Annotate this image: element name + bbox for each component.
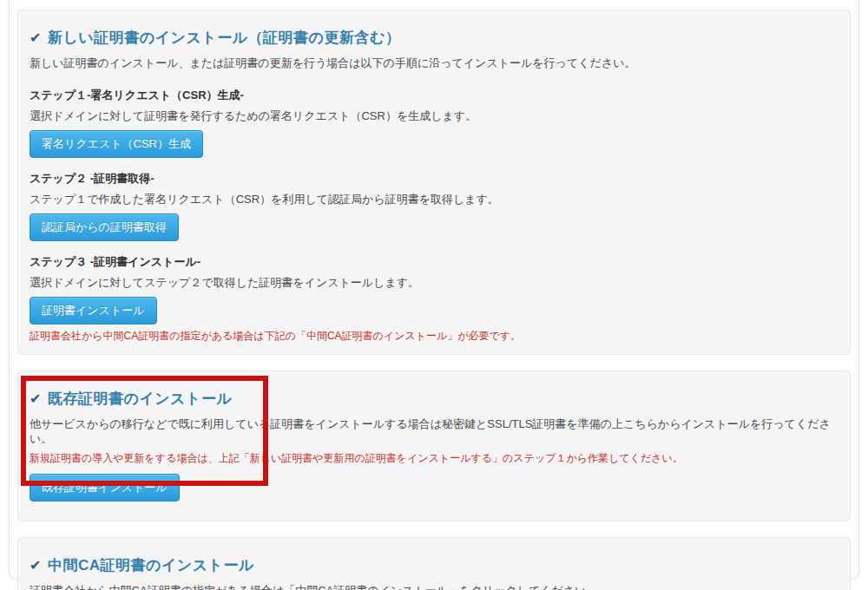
- existing-certificate-description: 他サービスからの移行などで既に利用している証明書をインストールする場合は秘密鍵と…: [30, 416, 838, 447]
- install-existing-certificate-button[interactable]: 既存証明書インストール: [30, 474, 180, 502]
- step-3-title: ステップ３ -証明書インストール-: [30, 254, 838, 270]
- install-certificate-button[interactable]: 証明書インストール: [30, 297, 157, 324]
- step-1-description: 選択ドメインに対して証明書を発行するための署名リクエスト（CSR）を生成します。: [30, 108, 838, 124]
- intermediate-ca-required-note: 証明書会社から中間CA証明書の指定がある場合は下記の「中間CA証明書のインストー…: [30, 329, 838, 344]
- obtain-certificate-button[interactable]: 認証局からの証明書取得: [30, 213, 179, 241]
- panel-new-certificate: ✔新しい証明書のインストール（証明書の更新含む） 新しい証明書のインストール、ま…: [17, 10, 851, 355]
- existing-certificate-title-text: 既存証明書のインストール: [48, 390, 232, 407]
- check-icon: ✔: [30, 391, 42, 406]
- panel-intermediate-ca: ✔中間CA証明書のインストール 証明書会社から中間CA証明書の指定がある場合は「…: [17, 537, 851, 590]
- intermediate-ca-title-text: 中間CA証明書のインストール: [48, 557, 254, 574]
- step-3-description: 選択ドメインに対してステップ２で取得した証明書をインストールします。: [30, 275, 838, 291]
- intermediate-ca-title: ✔中間CA証明書のインストール: [30, 555, 838, 575]
- new-certificate-title-text: 新しい証明書のインストール（証明書の更新含む）: [48, 30, 400, 46]
- check-icon: ✔: [30, 558, 42, 573]
- intermediate-ca-description: 証明書会社から中間CA証明書の指定がある場合は「中間CA証明書のインストール」を…: [30, 583, 838, 590]
- existing-certificate-title: ✔既存証明書のインストール: [30, 389, 838, 409]
- check-icon: ✔: [30, 30, 42, 45]
- step-2: ステップ２ -証明書取得- ステップ１で作成した署名リクエスト（CSR）を利用し…: [30, 171, 838, 241]
- step-2-title: ステップ２ -証明書取得-: [30, 171, 838, 187]
- new-certificate-description: 新しい証明書のインストール、または証明書の更新を行う場合は以下の手順に沿ってイン…: [30, 56, 838, 71]
- panel-existing-certificate: ✔既存証明書のインストール 他サービスからの移行などで既に利用している証明書をイ…: [17, 370, 851, 521]
- step-2-description: ステップ１で作成した署名リクエスト（CSR）を利用して認証局から証明書を取得しま…: [30, 192, 838, 207]
- generate-csr-button[interactable]: 署名リクエスト（CSR）生成: [30, 130, 203, 158]
- step-1: ステップ１-署名リクエスト（CSR）生成- 選択ドメインに対して証明書を発行する…: [30, 88, 838, 158]
- existing-certificate-note: 新規証明書の導入や更新をする場合は、上記「新しい証明書や更新用の証明書をインスト…: [30, 451, 838, 466]
- step-1-title: ステップ１-署名リクエスト（CSR）生成-: [30, 88, 838, 103]
- content-card: ✔新しい証明書のインストール（証明書の更新含む） 新しい証明書のインストール、ま…: [9, 0, 859, 579]
- step-3: ステップ３ -証明書インストール- 選択ドメインに対してステップ２で取得した証明…: [30, 254, 838, 324]
- new-certificate-title: ✔新しい証明書のインストール（証明書の更新含む）: [30, 28, 838, 48]
